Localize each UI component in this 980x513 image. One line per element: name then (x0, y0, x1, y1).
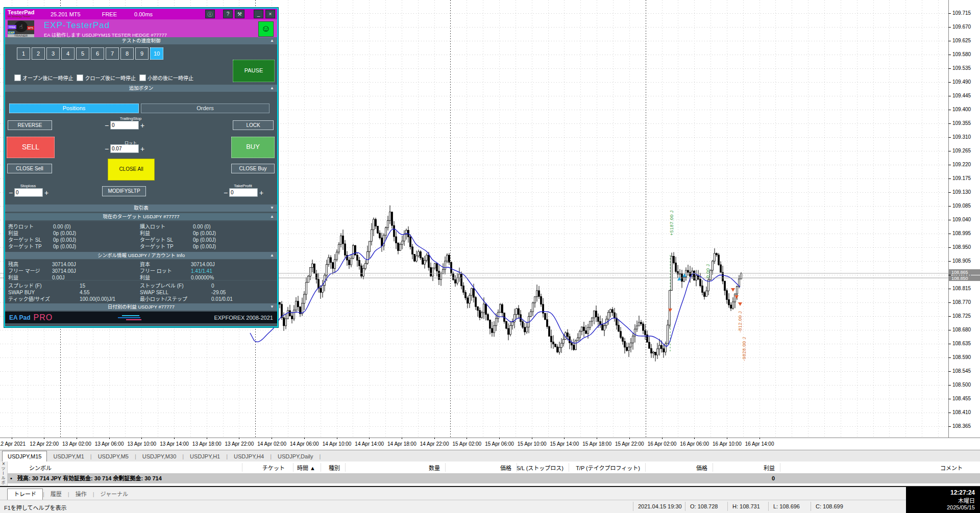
tools-icon[interactable]: ⚒ (235, 10, 244, 18)
minus-button[interactable]: − (103, 121, 110, 130)
chart-tab-USDJPY,M5[interactable]: USDJPY,M5 (92, 453, 135, 459)
speed-button-8[interactable]: 8 (120, 47, 134, 60)
candle-body (400, 244, 401, 250)
plus-button[interactable]: + (43, 189, 50, 197)
speed-button-6[interactable]: 6 (91, 47, 104, 60)
plus-button[interactable]: + (258, 189, 265, 197)
close-sell-button[interactable]: CLOSE Sell (7, 164, 52, 173)
column-header-種別[interactable]: 種別 (238, 464, 340, 472)
lot-input[interactable] (110, 144, 139, 153)
candle-body (675, 263, 677, 271)
speed-button-2[interactable]: 2 (32, 47, 45, 60)
collapse-arrow-icon[interactable]: ▲ (270, 252, 274, 259)
time-axis-label: 14 Apr 22:00 (420, 441, 449, 447)
modify-sltp-button[interactable]: MODIFYSLTP (102, 186, 146, 196)
ea-panel[interactable]: TesterPad for Strategy Tester 25.201 MT5… (4, 8, 278, 327)
collapse-arrow-icon[interactable]: ▲ (270, 37, 274, 44)
smiley-icon[interactable]: ☺ (258, 21, 274, 37)
candle-body (665, 344, 667, 352)
collapse-arrow-icon[interactable]: ▲ (270, 85, 274, 92)
checkbox-icon[interactable] (14, 74, 21, 81)
target-section-header[interactable]: 現在のターゲット USDJPY #77777 ▲ (5, 213, 277, 220)
toolbox-tab-履歴[interactable]: 履歴 (44, 489, 68, 500)
cell-value: 0p (0.00J) (193, 243, 277, 250)
checkbox-label: オープン後に一時停止 (22, 74, 73, 82)
speed-button-3[interactable]: 3 (46, 47, 60, 60)
speed-button-10[interactable]: 10 (150, 47, 163, 60)
pause-button[interactable]: PAUSE (233, 60, 275, 82)
tab-orders[interactable]: Orders (141, 104, 270, 113)
close-all-button[interactable]: CLOSE All (108, 159, 155, 181)
minimize-icon[interactable]: _ (254, 10, 263, 18)
sell-button[interactable]: SELL (7, 137, 55, 158)
info-icon[interactable]: ⓘ (205, 10, 215, 18)
speed-button-7[interactable]: 7 (106, 47, 119, 60)
trade-table-label: 取引表 (134, 205, 149, 211)
toolbox-tab-操作[interactable]: 操作 (69, 489, 93, 500)
plus-button[interactable]: + (139, 121, 146, 130)
balance-row[interactable]: • 残高: 30 714 JPY 有効証拠金: 30 714 余剰証拠金: 30… (7, 473, 980, 483)
speed-button-1[interactable]: 1 (17, 47, 30, 60)
chart-tab-active[interactable]: USDJPY,M15 (2, 451, 47, 462)
lock-button[interactable]: LOCK (233, 120, 274, 130)
minus-button[interactable]: − (103, 145, 110, 153)
panel-footer: EA Pad PRO EXPFOREX 2008-2021 (5, 312, 277, 323)
pause-checkbox-2[interactable]: 小節の後に一時停止 (139, 74, 193, 82)
price-axis-label: 108.500 (952, 382, 971, 388)
trailingstop-input[interactable] (110, 121, 139, 130)
cell-label: ターゲット SL (140, 237, 193, 243)
column-header-シンボル[interactable]: シンボル (29, 464, 52, 472)
chart-tab-USDJPY,M1[interactable]: USDJPY,M1 (47, 453, 90, 459)
chart-tab-USDJPY,Daily[interactable]: USDJPY,Daily (272, 453, 320, 459)
speed-button-5[interactable]: 5 (76, 47, 89, 60)
minus-button[interactable]: − (222, 189, 229, 197)
extra-section-header[interactable]: 追加ボタン ▲ (5, 85, 277, 92)
symbol-info-header[interactable]: シンボル情報 USDJPY / アカウント Info ▲ (5, 252, 277, 259)
minus-button[interactable]: − (7, 189, 14, 197)
candle-body (538, 291, 540, 297)
chart-tab-USDJPY,H4[interactable]: USDJPY,H4 (228, 453, 270, 459)
panel-titlebar[interactable]: TesterPad for Strategy Tester 25.201 MT5… (5, 9, 277, 19)
toolbox-tab-トレード[interactable]: トレード (7, 489, 43, 500)
trade-table-header[interactable]: 取引表 ▼ (5, 204, 277, 212)
trade-arrow-icon (738, 302, 742, 306)
checkbox-icon[interactable] (77, 74, 83, 81)
candle-body (318, 279, 320, 288)
buy-button[interactable]: BUY (231, 137, 275, 158)
takeprofit-input[interactable] (229, 188, 258, 197)
candle-body (590, 321, 591, 327)
candle-body (298, 301, 299, 307)
help-icon[interactable]: ? (223, 10, 233, 18)
candle-body (604, 326, 605, 330)
pause-checkbox-1[interactable]: クローズ後に一時停止 (77, 74, 136, 82)
collapse-arrow-icon[interactable]: ▲ (270, 213, 274, 220)
chart-tab-USDJPY,H1[interactable]: USDJPY,H1 (184, 453, 226, 459)
checkbox-icon[interactable] (139, 74, 146, 81)
daily-profit-header[interactable]: 日付別の利益 USDJPY #77777 ▼ (5, 303, 277, 311)
stoploss-input[interactable] (14, 188, 43, 197)
column-separator (445, 463, 446, 472)
candle-body (363, 269, 364, 276)
column-header-コメント[interactable]: コメント (861, 464, 963, 472)
candle-body (526, 327, 528, 332)
price-axis-label: 108.545 (952, 368, 971, 374)
toolbox-close-icon[interactable]: × (0, 461, 7, 467)
close-icon[interactable]: × (265, 10, 275, 18)
chart-tab-USDJPY,M30[interactable]: USDJPY,M30 (136, 453, 182, 459)
toolbox-tab-ジャーナル[interactable]: ジャーナル (94, 489, 134, 500)
collapse-arrow-icon[interactable]: ▼ (270, 303, 274, 311)
plus-button[interactable]: + (139, 145, 146, 153)
reverse-button[interactable]: REVERSE (8, 120, 52, 130)
speed-section-header[interactable]: テストの速度制御 ▲ (5, 37, 277, 44)
candle-body (700, 279, 701, 286)
pause-checkbox-0[interactable]: オープン後に一時停止 (14, 74, 73, 82)
candle-body (567, 333, 569, 337)
column-header-利益[interactable]: 利益 (673, 464, 775, 472)
candle-body (285, 319, 287, 326)
close-buy-button[interactable]: CLOSE Buy (231, 164, 275, 173)
tab-positions[interactable]: Positions (9, 104, 139, 113)
cell-label: 最小ロット/ステップ (140, 296, 211, 302)
collapse-arrow-icon[interactable]: ▼ (270, 204, 274, 212)
speed-button-9[interactable]: 9 (135, 47, 149, 60)
speed-button-4[interactable]: 4 (61, 47, 75, 60)
